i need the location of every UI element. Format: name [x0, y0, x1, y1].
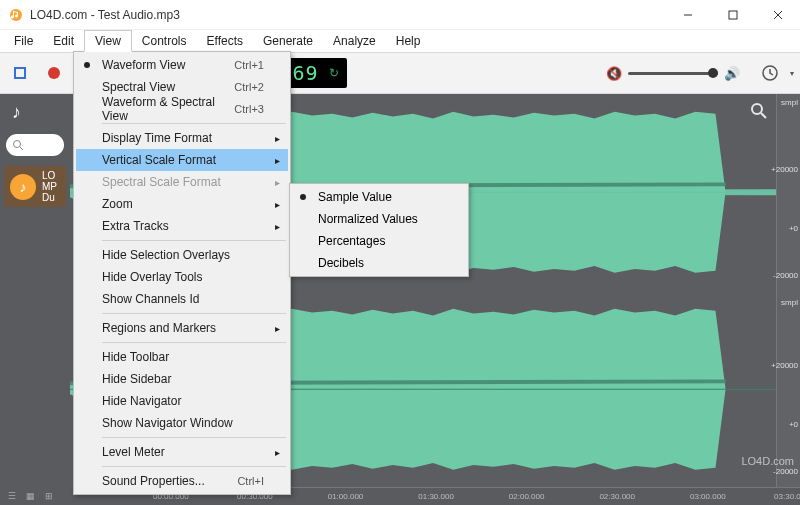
menu-item-vertical-scale-format[interactable]: Vertical Scale Format▸: [76, 149, 288, 171]
loop-icon[interactable]: ↻: [329, 66, 339, 80]
maximize-button[interactable]: [710, 0, 755, 30]
menu-item-extra-tracks[interactable]: Extra Tracks▸: [76, 215, 288, 237]
submenu-arrow-icon: ▸: [275, 323, 280, 334]
submenu-item-normalized-values[interactable]: Normalized Values: [292, 208, 466, 230]
menu-separator: [102, 466, 286, 467]
menu-item-hide-navigator[interactable]: Hide Navigator: [76, 390, 288, 412]
music-note-icon: ♪: [12, 102, 21, 123]
menu-item-label: Spectral Scale Format: [102, 175, 221, 189]
sidebar-header: ♪: [0, 94, 70, 130]
history-button[interactable]: [756, 59, 784, 87]
svg-point-6: [14, 141, 21, 148]
menu-item-display-time-format[interactable]: Display Time Format▸: [76, 127, 288, 149]
menu-item-hide-overlay-tools[interactable]: Hide Overlay Tools: [76, 266, 288, 288]
menu-item-label: Hide Sidebar: [102, 372, 171, 386]
menu-item-label: Hide Selection Overlays: [102, 248, 230, 262]
menu-item-label: Hide Overlay Tools: [102, 270, 203, 284]
app-icon: [8, 7, 24, 23]
submenu-item-percentages[interactable]: Percentages: [292, 230, 466, 252]
ruler-unit: smpl: [781, 98, 798, 107]
svg-line-11: [761, 113, 766, 118]
menu-edit[interactable]: Edit: [43, 30, 84, 52]
menu-separator: [102, 313, 286, 314]
menu-item-waveform-spectral-view[interactable]: Waveform & Spectral ViewCtrl+3: [76, 98, 288, 120]
submenu-arrow-icon: ▸: [275, 177, 280, 188]
menu-help[interactable]: Help: [386, 30, 431, 52]
stop-button[interactable]: [6, 59, 34, 87]
menu-item-level-meter[interactable]: Level Meter▸: [76, 441, 288, 463]
menu-item-regions-and-markers[interactable]: Regions and Markers▸: [76, 317, 288, 339]
submenu-arrow-icon: ▸: [275, 447, 280, 458]
watermark: LO4D.com: [741, 455, 794, 467]
amplitude-ruler: smpl +20000 +0 -20000 smpl +20000 +0 -20…: [776, 94, 800, 487]
view-mode-list-icon[interactable]: ☰: [8, 491, 16, 501]
menu-controls[interactable]: Controls: [132, 30, 197, 52]
volume-icon[interactable]: 🔊: [724, 66, 740, 81]
file-list-item[interactable]: ♪ LO MP Du: [4, 166, 66, 207]
volume-slider[interactable]: [628, 72, 718, 75]
checked-indicator-icon: [84, 62, 90, 68]
menu-item-label: Zoom: [102, 197, 133, 211]
menu-view[interactable]: View: [84, 30, 132, 52]
close-button[interactable]: [755, 0, 800, 30]
menu-generate[interactable]: Generate: [253, 30, 323, 52]
svg-line-7: [20, 147, 23, 150]
mute-icon[interactable]: 🔇: [606, 66, 622, 81]
menu-item-label: Waveform & Spectral View: [102, 95, 234, 123]
chevron-down-icon[interactable]: ▾: [790, 69, 794, 78]
menu-item-show-navigator-window[interactable]: Show Navigator Window: [76, 412, 288, 434]
menu-file[interactable]: File: [4, 30, 43, 52]
waveform-search-button[interactable]: [748, 100, 770, 122]
submenu-item-sample-value[interactable]: Sample Value: [292, 186, 466, 208]
menu-item-show-channels-id[interactable]: Show Channels Id: [76, 288, 288, 310]
submenu-item-label: Normalized Values: [318, 212, 418, 226]
record-button[interactable]: [40, 59, 68, 87]
submenu-arrow-icon: ▸: [275, 155, 280, 166]
svg-rect-2: [729, 11, 737, 19]
menu-item-label: Spectral View: [102, 80, 175, 94]
menu-bar: File Edit View Controls Effects Generate…: [0, 30, 800, 52]
menu-item-spectral-scale-format: Spectral Scale Format▸: [76, 171, 288, 193]
submenu-item-label: Sample Value: [318, 190, 392, 204]
submenu-arrow-icon: ▸: [275, 199, 280, 210]
window-title: LO4D.com - Test Audio.mp3: [30, 8, 180, 22]
menu-item-label: Hide Navigator: [102, 394, 181, 408]
submenu-item-label: Decibels: [318, 256, 364, 270]
menu-separator: [102, 437, 286, 438]
menu-item-label: Vertical Scale Format: [102, 153, 216, 167]
menu-item-label: Hide Toolbar: [102, 350, 169, 364]
menu-item-label: Waveform View: [102, 58, 185, 72]
menu-item-label: Sound Properties...: [102, 474, 205, 488]
menu-item-sound-properties[interactable]: Sound Properties...Ctrl+I: [76, 470, 288, 492]
menu-accelerator: Ctrl+I: [237, 475, 264, 487]
menu-separator: [102, 123, 286, 124]
view-mode-grid-icon[interactable]: ▦: [26, 491, 35, 501]
menu-item-hide-sidebar[interactable]: Hide Sidebar: [76, 368, 288, 390]
menu-separator: [102, 240, 286, 241]
minimize-button[interactable]: [665, 0, 710, 30]
menu-item-label: Show Channels Id: [102, 292, 199, 306]
sidebar-search[interactable]: [6, 134, 64, 156]
file-type-icon: ♪: [10, 174, 36, 200]
menu-item-zoom[interactable]: Zoom▸: [76, 193, 288, 215]
menu-item-label: Extra Tracks: [102, 219, 169, 233]
file-label: LO MP Du: [42, 170, 57, 203]
menu-analyze[interactable]: Analyze: [323, 30, 386, 52]
search-icon: [12, 139, 24, 151]
checked-indicator-icon: [300, 194, 306, 200]
view-mode-tiles-icon[interactable]: ⊞: [45, 491, 53, 501]
vertical-scale-format-submenu: Sample ValueNormalized ValuesPercentages…: [289, 183, 469, 277]
submenu-arrow-icon: ▸: [275, 133, 280, 144]
submenu-item-decibels[interactable]: Decibels: [292, 252, 466, 274]
menu-item-hide-selection-overlays[interactable]: Hide Selection Overlays: [76, 244, 288, 266]
menu-item-label: Level Meter: [102, 445, 165, 459]
menu-item-hide-toolbar[interactable]: Hide Toolbar: [76, 346, 288, 368]
menu-accelerator: Ctrl+2: [234, 81, 264, 93]
sidebar: ♪ ♪ LO MP Du: [0, 94, 70, 487]
svg-point-10: [752, 104, 762, 114]
menu-accelerator: Ctrl+1: [234, 59, 264, 71]
menu-effects[interactable]: Effects: [197, 30, 253, 52]
title-bar: LO4D.com - Test Audio.mp3: [0, 0, 800, 30]
menu-item-waveform-view[interactable]: Waveform ViewCtrl+1: [76, 54, 288, 76]
submenu-item-label: Percentages: [318, 234, 385, 248]
